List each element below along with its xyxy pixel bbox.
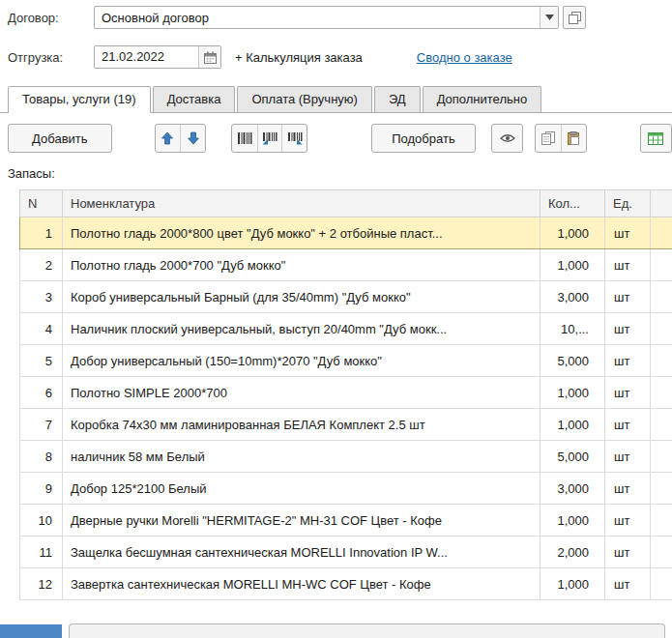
unit-cell[interactable]: шт bbox=[605, 218, 651, 249]
nomenclature-cell[interactable]: наличник 58 мм Белый bbox=[63, 441, 541, 473]
bottom-partial-selection[interactable] bbox=[0, 624, 62, 638]
barcode-load-icon bbox=[262, 131, 278, 145]
extra-cell bbox=[651, 281, 672, 313]
unit-cell[interactable]: шт bbox=[605, 249, 651, 281]
row-number-cell: 7 bbox=[20, 409, 63, 441]
nomenclature-cell[interactable]: Коробка 74х30 мм ламинированная БЕЛАЯ Ко… bbox=[63, 409, 541, 441]
nomenclature-cell[interactable]: Добор 125*2100 Белый bbox=[63, 473, 541, 505]
unit-cell[interactable]: шт bbox=[605, 441, 651, 473]
order-calculation-link[interactable]: + Калькуляция заказа bbox=[235, 50, 363, 65]
green-table-icon bbox=[648, 132, 663, 145]
table-row[interactable]: 4 Наличник плоский универсальный, выступ… bbox=[20, 313, 672, 345]
nomenclature-cell[interactable]: Защелка бесшумная сантехническая MORELLI… bbox=[63, 536, 541, 568]
move-up-icon bbox=[161, 131, 174, 145]
nomenclature-cell[interactable]: Дверные ручки Morelli "HERMITAGE-2" MH-3… bbox=[63, 505, 541, 536]
nomenclature-cell[interactable]: Короб универсальный Барный (для 35/40mm)… bbox=[63, 281, 541, 313]
goods-toolbar: Добавить bbox=[8, 123, 672, 154]
chevron-down-icon[interactable] bbox=[540, 7, 558, 28]
quantity-cell[interactable]: 1,000 bbox=[541, 505, 605, 536]
quantity-cell[interactable]: 1,000 bbox=[541, 249, 605, 281]
order-summary-link[interactable]: Сводно о заказе bbox=[417, 50, 512, 65]
quantity-cell[interactable]: 5,000 bbox=[541, 345, 605, 377]
add-button[interactable]: Добавить bbox=[8, 124, 112, 153]
table-row[interactable]: 2 Полотно гладь 2000*700 "Дуб мокко" 1,0… bbox=[20, 249, 672, 281]
view-button[interactable] bbox=[491, 124, 523, 153]
contract-open-button[interactable] bbox=[563, 6, 586, 29]
unit-cell[interactable]: шт bbox=[605, 536, 651, 568]
move-up-button[interactable] bbox=[156, 125, 181, 152]
barcode-button[interactable] bbox=[232, 125, 257, 152]
row-number-cell: 6 bbox=[20, 377, 63, 409]
unit-cell[interactable]: шт bbox=[605, 281, 651, 313]
table-row[interactable]: 10 Дверные ручки Morelli "HERMITAGE-2" M… bbox=[20, 505, 672, 536]
header-n: N bbox=[20, 190, 63, 218]
shipment-date-value[interactable]: 21.02.2022 bbox=[95, 46, 198, 68]
move-buttons-group bbox=[155, 124, 206, 153]
stocks-table: N Номенклатура Кол... Ед. 1 Полотно глад… bbox=[19, 189, 672, 600]
extra-cell bbox=[651, 441, 672, 473]
unit-cell[interactable]: шт bbox=[605, 505, 651, 536]
extra-cell bbox=[651, 568, 672, 600]
table-row[interactable]: 12 Завертка сантехническая MORELLI MH-WC… bbox=[20, 568, 672, 600]
quantity-cell[interactable]: 1,000 bbox=[541, 377, 605, 409]
quantity-cell[interactable]: 1,000 bbox=[541, 409, 605, 441]
paste-icon bbox=[567, 131, 580, 145]
unit-cell[interactable]: шт bbox=[605, 409, 651, 441]
nomenclature-cell[interactable]: Завертка сантехническая MORELLI MH-WC CO… bbox=[63, 568, 541, 600]
extra-cell bbox=[651, 409, 672, 441]
nomenclature-cell[interactable]: Полотно SIMPLE 2000*700 bbox=[63, 377, 541, 409]
calendar-icon[interactable] bbox=[198, 46, 220, 68]
unit-cell[interactable]: шт bbox=[605, 568, 651, 600]
barcode-load-button[interactable] bbox=[257, 125, 282, 152]
table-row[interactable]: 3 Короб универсальный Барный (для 35/40m… bbox=[20, 281, 672, 313]
unit-cell[interactable]: шт bbox=[605, 313, 651, 345]
quantity-cell[interactable]: 1,000 bbox=[541, 568, 605, 600]
bottom-partial-panel bbox=[69, 624, 665, 638]
row-number-cell: 8 bbox=[20, 441, 63, 473]
nomenclature-cell[interactable]: Полотно гладь 2000*700 "Дуб мокко" bbox=[63, 249, 541, 281]
table-row[interactable]: 7 Коробка 74х30 мм ламинированная БЕЛАЯ … bbox=[20, 409, 672, 441]
table-row[interactable]: 9 Добор 125*2100 Белый 3,000 шт bbox=[20, 473, 672, 505]
table-row[interactable]: 5 Добор универсальный (150=10mm)*2070 "Д… bbox=[20, 345, 672, 377]
unit-cell[interactable]: шт bbox=[605, 377, 651, 409]
unit-cell[interactable]: шт bbox=[605, 345, 651, 377]
extra-cell bbox=[651, 536, 672, 568]
quantity-cell[interactable]: 2,000 bbox=[541, 536, 605, 568]
row-number-cell: 1 bbox=[20, 218, 63, 249]
barcode-save-icon bbox=[287, 131, 303, 145]
tab-ed[interactable]: ЭД bbox=[374, 86, 421, 112]
extra-cell bbox=[651, 345, 672, 377]
copy-icon bbox=[541, 131, 555, 145]
quantity-cell[interactable]: 1,000 bbox=[541, 218, 605, 249]
row-number-cell: 9 bbox=[20, 473, 63, 505]
move-down-button[interactable] bbox=[180, 125, 205, 152]
barcode-save-button[interactable] bbox=[281, 125, 307, 152]
table-row[interactable]: 6 Полотно SIMPLE 2000*700 1,000 шт bbox=[20, 377, 672, 409]
tab-delivery[interactable]: Доставка bbox=[153, 86, 236, 112]
nomenclature-cell[interactable]: Наличник плоский универсальный, выступ 2… bbox=[63, 313, 541, 345]
shipment-date-input[interactable]: 21.02.2022 bbox=[94, 45, 221, 69]
quantity-cell[interactable]: 3,000 bbox=[541, 473, 605, 505]
contract-value: Основной договор bbox=[95, 11, 540, 25]
pick-button[interactable]: Подобрать bbox=[371, 124, 476, 153]
tab-goods-services[interactable]: Товары, услуги (19) bbox=[8, 86, 151, 113]
tab-additional[interactable]: Дополнительно bbox=[423, 86, 542, 112]
clipboard-buttons-group bbox=[535, 124, 586, 153]
stocks-label: Запасы: bbox=[8, 166, 672, 181]
unit-cell[interactable]: шт bbox=[605, 473, 651, 505]
move-down-icon bbox=[187, 131, 200, 145]
nomenclature-cell[interactable]: Добор универсальный (150=10mm)*2070 "Дуб… bbox=[63, 345, 541, 377]
table-settings-button[interactable] bbox=[640, 124, 672, 153]
quantity-cell[interactable]: 5,000 bbox=[541, 441, 605, 473]
paste-button[interactable] bbox=[561, 125, 586, 152]
copy-button[interactable] bbox=[536, 125, 561, 152]
table-row[interactable]: 8 наличник 58 мм Белый 5,000 шт bbox=[20, 441, 672, 473]
quantity-cell[interactable]: 10,... bbox=[541, 313, 605, 345]
shipment-row: Отгрузка: 21.02.2022 + Калькуляция заказ… bbox=[8, 45, 672, 69]
table-row[interactable]: 1 Полотно гладь 2000*800 цвет "Дуб мокко… bbox=[20, 218, 672, 249]
table-row[interactable]: 11 Защелка бесшумная сантехническая MORE… bbox=[20, 536, 672, 568]
nomenclature-cell[interactable]: Полотно гладь 2000*800 цвет "Дуб мокко" … bbox=[63, 218, 541, 249]
quantity-cell[interactable]: 3,000 bbox=[541, 281, 605, 313]
tab-payment[interactable]: Оплата (Вручную) bbox=[237, 86, 371, 112]
contract-combobox[interactable]: Основной договор bbox=[94, 6, 559, 29]
